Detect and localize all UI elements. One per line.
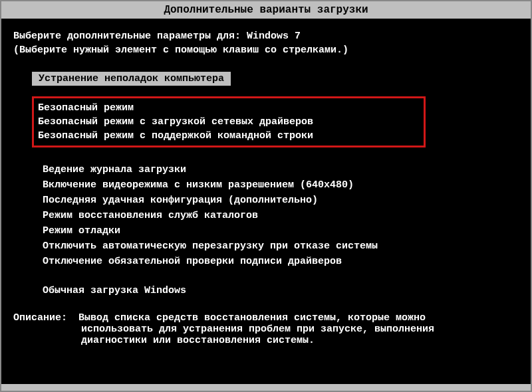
description-text-1: Вывод списка средств восстановления сист…	[78, 312, 426, 324]
menu-item-safe-mode-cmd[interactable]: Безопасный режим с поддержкой командной …	[38, 129, 418, 143]
description-block: Описание: Вывод списка средств восстанов…	[13, 312, 519, 346]
prompt-instruction: (Выберите нужный элемент с помощью клави…	[13, 45, 519, 56]
menu-item-repair-selected[interactable]: Устранение неполадок компьютера	[32, 72, 231, 86]
prompt-os: Выберите дополнительные параметры для: W…	[13, 31, 519, 42]
description-text-2: использовать для устранения проблем при …	[81, 324, 519, 335]
menu-item-disable-auto-restart[interactable]: Отключить автоматическую перезагрузку пр…	[43, 239, 519, 254]
page-title: Дополнительные варианты загрузки	[164, 4, 368, 16]
menu-item-safe-mode[interactable]: Безопасный режим	[38, 101, 418, 115]
menu-item-normal-boot[interactable]: Обычная загрузка Windows	[43, 284, 519, 298]
menu-item-disable-driver-sig[interactable]: Отключение обязательной проверки подписи…	[43, 254, 519, 269]
description-label: Описание:	[13, 312, 67, 324]
safe-mode-highlight-block: Безопасный режим Безопасный режим с загр…	[32, 96, 426, 147]
menu-item-boot-logging[interactable]: Ведение журнала загрузки	[43, 162, 519, 177]
advanced-options-list: Ведение журнала загрузки Включение видео…	[43, 162, 519, 269]
menu-item-last-known-good[interactable]: Последняя удачная конфигурация (дополнит…	[43, 193, 519, 208]
menu-item-low-res-video[interactable]: Включение видеорежима с низким разрешени…	[43, 177, 519, 193]
menu-item-safe-mode-network[interactable]: Безопасный режим с загрузкой сетевых дра…	[38, 115, 418, 129]
menu-item-dsrm[interactable]: Режим восстановления служб каталогов	[43, 208, 519, 223]
content-area: Выберите дополнительные параметры для: W…	[1, 19, 531, 346]
bottom-bar	[1, 384, 531, 391]
menu-item-debug-mode[interactable]: Режим отладки	[43, 223, 519, 239]
title-bar: Дополнительные варианты загрузки	[1, 1, 531, 19]
description-text-3: диагностики или восстановления системы.	[81, 335, 519, 346]
